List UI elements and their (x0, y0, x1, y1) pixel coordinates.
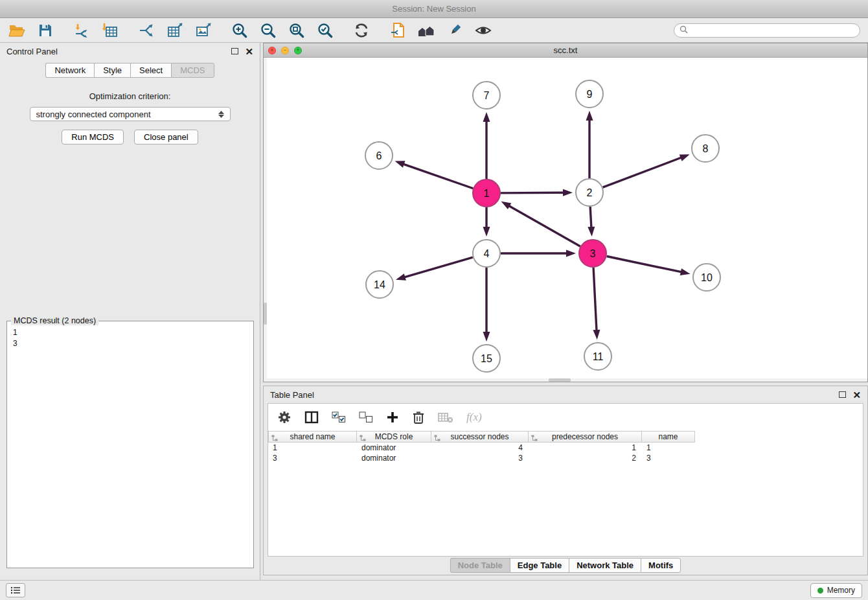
column-header-name[interactable]: name (642, 431, 695, 443)
search-box[interactable] (674, 23, 860, 38)
mcds-result-lines: 1 3 (7, 321, 253, 355)
horizontal-scroll-handle[interactable] (549, 378, 571, 382)
task-history-button[interactable] (6, 583, 25, 597)
status-bar: Memory (0, 580, 868, 600)
float-table-panel-icon[interactable] (839, 391, 846, 398)
graph-edge-2-3[interactable] (590, 207, 591, 229)
open-session-doc-icon[interactable] (389, 21, 407, 40)
cell-name[interactable]: 3 (642, 453, 695, 463)
tab-network-table[interactable]: Network Table (569, 558, 641, 573)
graph-node-label: 7 (484, 90, 490, 101)
cell-name[interactable]: 1 (642, 443, 695, 453)
export-network-icon[interactable] (137, 21, 155, 40)
function-builder-icon[interactable]: f(x) (466, 411, 482, 424)
vertical-scroll-handle[interactable] (264, 303, 267, 325)
cell-mcds-role[interactable]: dominator (357, 443, 431, 453)
mcds-result-title: MCDS result (2 nodes) (11, 316, 98, 325)
column-header-mcds-role[interactable]: MCDS role (357, 431, 431, 443)
network-canvas[interactable]: 7968124314101511 (264, 58, 867, 382)
close-window-icon[interactable]: × (268, 47, 276, 54)
graph-node-15[interactable]: 15 (473, 345, 500, 372)
tab-node-table[interactable]: Node Table (450, 558, 510, 573)
cell-shared-name[interactable]: 3 (268, 453, 357, 463)
apply-style-icon[interactable] (446, 21, 464, 40)
graph-edge-3-11[interactable] (593, 268, 597, 332)
cell-shared-name[interactable]: 1 (268, 443, 357, 453)
tab-style[interactable]: Style (94, 63, 130, 78)
graph-node-4[interactable]: 4 (473, 240, 500, 267)
tab-network[interactable]: Network (45, 63, 94, 78)
home-layout-icon[interactable] (417, 21, 435, 40)
graph-node-7[interactable]: 7 (473, 82, 500, 109)
zoom-out-icon[interactable] (259, 21, 277, 40)
tab-motifs[interactable]: Motifs (641, 558, 681, 573)
graph-edge-1-6[interactable] (402, 164, 473, 189)
graph-edge-3-1[interactable] (508, 205, 580, 246)
cell-predecessor-nodes[interactable]: 2 (529, 453, 642, 463)
sort-icon (531, 434, 538, 443)
graph-edge-4-14[interactable] (403, 257, 472, 277)
graph-node-10[interactable]: 10 (693, 264, 720, 291)
table-row[interactable]: 3 dominator 3 2 3 (268, 453, 863, 463)
cell-successor-nodes[interactable]: 3 (431, 453, 529, 463)
destroy-table-icon[interactable] (438, 411, 453, 423)
graph-edge-3-10[interactable] (607, 257, 683, 273)
memory-status-dot (817, 588, 823, 594)
graph-node-8[interactable]: 8 (692, 135, 719, 162)
graph-edge-2-8[interactable] (603, 157, 683, 187)
import-network-icon[interactable] (73, 21, 91, 40)
cell-successor-nodes[interactable]: 4 (431, 443, 529, 453)
zoom-fit-icon[interactable] (288, 21, 306, 40)
select-all-icon[interactable] (332, 411, 346, 423)
vertical-scrollbar[interactable] (264, 58, 267, 378)
optimization-criterion-label: Optimization criterion: (0, 91, 260, 101)
column-header-shared-name[interactable]: shared name (268, 431, 357, 443)
graph-node-3[interactable]: 3 (579, 240, 606, 267)
delete-row-trash-icon[interactable] (412, 410, 425, 424)
export-group (137, 21, 212, 40)
graph-node-label: 3 (590, 248, 596, 259)
settings-gear-icon[interactable] (277, 410, 291, 424)
export-image-icon[interactable] (194, 21, 212, 40)
import-table-icon[interactable] (101, 21, 119, 40)
close-panel-icon[interactable]: ✕ (245, 47, 253, 56)
horizontal-scrollbar[interactable] (264, 378, 867, 382)
close-panel-button[interactable]: Close panel (134, 130, 198, 144)
table-toolbar: f(x) (268, 404, 863, 431)
network-graph[interactable]: 7968124314101511 (264, 58, 867, 378)
column-chooser-icon[interactable] (304, 411, 319, 424)
graph-edge-arrowhead-4-14 (396, 273, 406, 281)
graph-node-2[interactable]: 2 (576, 179, 603, 206)
zoom-selected-icon[interactable] (316, 21, 334, 40)
tab-select[interactable]: Select (130, 63, 171, 78)
cell-mcds-role[interactable]: dominator (357, 453, 431, 463)
add-row-icon[interactable] (386, 411, 399, 424)
maximize-window-icon[interactable]: + (294, 47, 302, 54)
graph-node-1[interactable]: 1 (473, 179, 500, 207)
minimize-window-icon[interactable]: − (281, 47, 289, 54)
cell-predecessor-nodes[interactable]: 1 (529, 443, 642, 453)
show-hide-eye-icon[interactable] (474, 21, 492, 40)
save-session-icon[interactable] (36, 21, 54, 40)
graph-node-9[interactable]: 9 (576, 80, 603, 108)
graph-node-6[interactable]: 6 (365, 142, 393, 169)
zoom-in-icon[interactable] (231, 21, 249, 40)
search-input[interactable] (691, 25, 854, 36)
column-header-predecessor-nodes[interactable]: predecessor nodes (529, 431, 642, 443)
tab-edge-table[interactable]: Edge Table (510, 558, 569, 573)
refresh-view-icon[interactable] (352, 21, 371, 40)
float-panel-icon[interactable] (231, 48, 238, 54)
tab-mcds[interactable]: MCDS (171, 63, 214, 78)
close-table-panel-icon[interactable]: ✕ (852, 390, 861, 400)
run-mcds-button[interactable]: Run MCDS (62, 130, 124, 144)
export-table-icon[interactable] (166, 21, 184, 40)
table-row[interactable]: 1 dominator 4 1 1 (268, 443, 863, 453)
criterion-select[interactable]: strongly connected component (30, 107, 231, 121)
graph-edge-1-2[interactable] (501, 192, 565, 193)
graph-node-14[interactable]: 14 (366, 271, 393, 298)
open-file-icon[interactable] (8, 21, 26, 40)
column-header-successor-nodes[interactable]: successor nodes (431, 431, 529, 443)
graph-node-11[interactable]: 11 (584, 343, 611, 370)
memory-button[interactable]: Memory (810, 583, 862, 598)
deselect-all-icon[interactable] (359, 411, 373, 423)
